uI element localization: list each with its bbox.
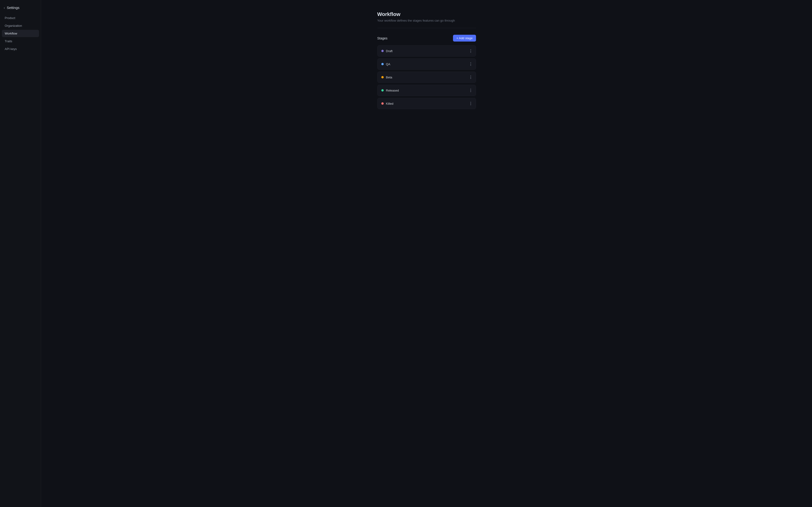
stage-menu-button-beta[interactable]	[469, 75, 472, 79]
content-area: Workflow Your workflow defines the stage…	[377, 11, 476, 109]
stage-item-beta: Beta	[377, 72, 476, 83]
stages-label: Stages	[377, 36, 388, 40]
stages-header: Stages + Add stage	[377, 35, 476, 42]
sidebar-item-workflow[interactable]: Workflow	[2, 30, 39, 37]
stage-left-killed: Killed	[381, 102, 394, 105]
stage-menu-button-released[interactable]	[469, 88, 472, 93]
sidebar: ‹ Settings ProductOrganizationWorkflowTr…	[0, 0, 41, 507]
sidebar-item-product[interactable]: Product	[2, 14, 39, 21]
sidebar-item-api-keys[interactable]: API keys	[2, 45, 39, 53]
sidebar-title: Settings	[7, 6, 19, 10]
stages-list: DraftQABetaReleasedKilled	[377, 45, 476, 109]
stage-name-beta: Beta	[386, 75, 392, 79]
page-title: Workflow	[377, 11, 476, 17]
more-dots-icon	[470, 89, 471, 92]
stage-item-killed: Killed	[377, 98, 476, 109]
main-content: Workflow Your workflow defines the stage…	[41, 0, 812, 507]
stage-dot-released	[381, 89, 384, 92]
stage-menu-button-draft[interactable]	[469, 49, 472, 53]
stage-dot-killed	[381, 102, 384, 105]
stage-item-draft: Draft	[377, 45, 476, 57]
stage-name-released: Released	[386, 89, 399, 92]
stage-left-released: Released	[381, 89, 399, 92]
stage-name-killed: Killed	[386, 102, 394, 105]
stage-dot-beta	[381, 76, 384, 78]
stage-menu-button-qa[interactable]	[469, 62, 472, 66]
add-stage-button[interactable]: + Add stage	[453, 35, 476, 42]
stage-item-released: Released	[377, 85, 476, 96]
stage-name-qa: QA	[386, 62, 391, 66]
stage-left-qa: QA	[381, 62, 391, 66]
sidebar-item-traits[interactable]: Traits	[2, 38, 39, 45]
stage-item-qa: QA	[377, 58, 476, 70]
sidebar-nav: ProductOrganizationWorkflowTraitsAPI key…	[0, 14, 41, 53]
stage-dot-qa	[381, 63, 384, 65]
stage-dot-draft	[381, 50, 384, 52]
stage-name-draft: Draft	[386, 49, 393, 53]
back-arrow-icon: ‹	[4, 6, 5, 10]
page-subtitle: Your workflow defines the stages feature…	[377, 19, 476, 22]
back-button[interactable]: ‹ Settings	[0, 4, 41, 14]
stage-left-beta: Beta	[381, 75, 392, 79]
stage-menu-button-killed[interactable]	[469, 101, 472, 106]
more-dots-icon	[470, 62, 471, 66]
more-dots-icon	[470, 49, 471, 53]
more-dots-icon	[470, 75, 471, 79]
sidebar-item-organization[interactable]: Organization	[2, 22, 39, 30]
more-dots-icon	[470, 102, 471, 105]
stage-left-draft: Draft	[381, 49, 393, 53]
divider	[377, 28, 476, 28]
